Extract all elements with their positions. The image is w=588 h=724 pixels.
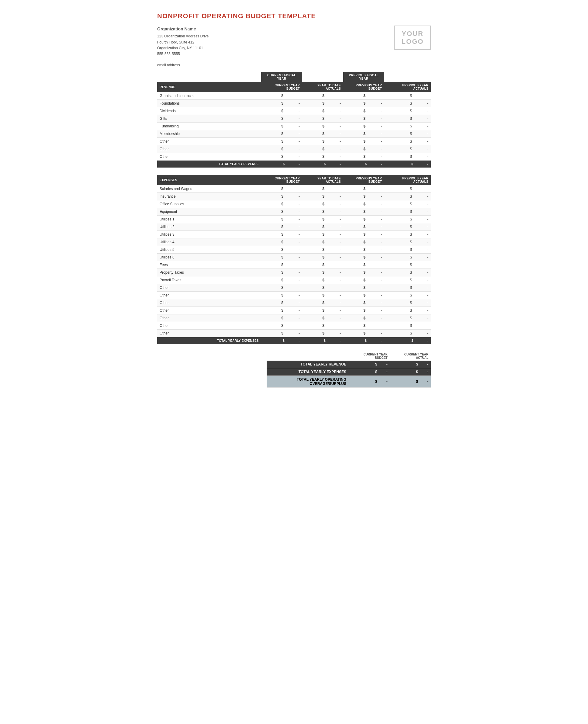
expense-current-budget[interactable]: $ - — [261, 299, 302, 307]
expense-prev-actual[interactable]: $ - — [384, 299, 431, 307]
revenue-current-budget[interactable]: $ - — [261, 130, 302, 138]
expense-prev-budget[interactable]: $ - — [343, 254, 384, 261]
revenue-current-budget[interactable]: $ - — [261, 138, 302, 145]
expense-current-budget[interactable]: $ - — [261, 322, 302, 330]
expense-current-budget[interactable]: $ - — [261, 215, 302, 223]
expense-prev-actual[interactable]: $ - — [384, 193, 431, 200]
expense-current-budget[interactable]: $ - — [261, 269, 302, 276]
revenue-ytd-actual[interactable]: $ - — [302, 100, 343, 107]
expense-prev-actual[interactable]: $ - — [384, 231, 431, 239]
expense-current-budget[interactable]: $ - — [261, 208, 302, 215]
expense-ytd-actual[interactable]: $ - — [302, 307, 343, 314]
revenue-prev-budget[interactable]: $ - — [343, 138, 384, 145]
expense-ytd-actual[interactable]: $ - — [302, 292, 343, 299]
expense-prev-budget[interactable]: $ - — [343, 307, 384, 314]
expense-current-budget[interactable]: $ - — [261, 261, 302, 269]
expense-current-budget[interactable]: $ - — [261, 254, 302, 261]
expense-ytd-actual[interactable]: $ - — [302, 208, 343, 215]
expense-prev-actual[interactable]: $ - — [384, 276, 431, 284]
revenue-prev-actual[interactable]: $ - — [384, 130, 431, 138]
revenue-prev-budget[interactable]: $ - — [343, 115, 384, 123]
revenue-prev-actual[interactable]: $ - — [384, 123, 431, 130]
expense-prev-actual[interactable]: $ - — [384, 200, 431, 208]
expense-prev-actual[interactable]: $ - — [384, 254, 431, 261]
expense-ytd-actual[interactable]: $ - — [302, 330, 343, 337]
revenue-current-budget[interactable]: $ - — [261, 107, 302, 115]
revenue-ytd-actual[interactable]: $ - — [302, 153, 343, 161]
expense-prev-budget[interactable]: $ - — [343, 246, 384, 254]
expense-prev-actual[interactable]: $ - — [384, 239, 431, 246]
expense-prev-budget[interactable]: $ - — [343, 292, 384, 299]
expense-ytd-actual[interactable]: $ - — [302, 223, 343, 231]
revenue-ytd-actual[interactable]: $ - — [302, 123, 343, 130]
revenue-prev-actual[interactable]: $ - — [384, 107, 431, 115]
expense-current-budget[interactable]: $ - — [261, 246, 302, 254]
revenue-prev-actual[interactable]: $ - — [384, 100, 431, 107]
expense-prev-budget[interactable]: $ - — [343, 193, 384, 200]
revenue-prev-budget[interactable]: $ - — [343, 130, 384, 138]
expense-current-budget[interactable]: $ - — [261, 231, 302, 239]
revenue-current-budget[interactable]: $ - — [261, 123, 302, 130]
expense-ytd-actual[interactable]: $ - — [302, 231, 343, 239]
revenue-current-budget[interactable]: $ - — [261, 145, 302, 153]
revenue-prev-actual[interactable]: $ - — [384, 145, 431, 153]
revenue-prev-budget[interactable]: $ - — [343, 123, 384, 130]
expense-ytd-actual[interactable]: $ - — [302, 299, 343, 307]
expense-current-budget[interactable]: $ - — [261, 307, 302, 314]
expense-ytd-actual[interactable]: $ - — [302, 322, 343, 330]
expense-prev-budget[interactable]: $ - — [343, 200, 384, 208]
revenue-ytd-actual[interactable]: $ - — [302, 107, 343, 115]
expense-prev-budget[interactable]: $ - — [343, 299, 384, 307]
expense-prev-actual[interactable]: $ - — [384, 314, 431, 322]
expense-prev-actual[interactable]: $ - — [384, 330, 431, 337]
revenue-ytd-actual[interactable]: $ - — [302, 145, 343, 153]
expense-prev-budget[interactable]: $ - — [343, 239, 384, 246]
expense-current-budget[interactable]: $ - — [261, 200, 302, 208]
expense-prev-actual[interactable]: $ - — [384, 185, 431, 193]
expense-ytd-actual[interactable]: $ - — [302, 254, 343, 261]
expense-current-budget[interactable]: $ - — [261, 330, 302, 337]
expense-ytd-actual[interactable]: $ - — [302, 284, 343, 292]
expense-current-budget[interactable]: $ - — [261, 292, 302, 299]
expense-current-budget[interactable]: $ - — [261, 239, 302, 246]
expense-prev-actual[interactable]: $ - — [384, 215, 431, 223]
expense-ytd-actual[interactable]: $ - — [302, 269, 343, 276]
revenue-prev-budget[interactable]: $ - — [343, 107, 384, 115]
expense-prev-budget[interactable]: $ - — [343, 208, 384, 215]
expense-prev-actual[interactable]: $ - — [384, 307, 431, 314]
revenue-prev-actual[interactable]: $ - — [384, 138, 431, 145]
revenue-prev-budget[interactable]: $ - — [343, 100, 384, 107]
expense-current-budget[interactable]: $ - — [261, 314, 302, 322]
expense-ytd-actual[interactable]: $ - — [302, 215, 343, 223]
expense-prev-actual[interactable]: $ - — [384, 246, 431, 254]
expense-prev-budget[interactable]: $ - — [343, 322, 384, 330]
expense-ytd-actual[interactable]: $ - — [302, 314, 343, 322]
expense-current-budget[interactable]: $ - — [261, 185, 302, 193]
expense-current-budget[interactable]: $ - — [261, 223, 302, 231]
revenue-ytd-actual[interactable]: $ - — [302, 130, 343, 138]
expense-prev-budget[interactable]: $ - — [343, 231, 384, 239]
expense-ytd-actual[interactable]: $ - — [302, 193, 343, 200]
revenue-prev-budget[interactable]: $ - — [343, 92, 384, 100]
expense-prev-actual[interactable]: $ - — [384, 284, 431, 292]
revenue-ytd-actual[interactable]: $ - — [302, 138, 343, 145]
expense-prev-budget[interactable]: $ - — [343, 269, 384, 276]
expense-prev-budget[interactable]: $ - — [343, 261, 384, 269]
revenue-current-budget[interactable]: $ - — [261, 100, 302, 107]
revenue-prev-actual[interactable]: $ - — [384, 115, 431, 123]
expense-current-budget[interactable]: $ - — [261, 193, 302, 200]
expense-prev-actual[interactable]: $ - — [384, 322, 431, 330]
expense-prev-budget[interactable]: $ - — [343, 330, 384, 337]
revenue-prev-budget[interactable]: $ - — [343, 153, 384, 161]
expense-prev-budget[interactable]: $ - — [343, 223, 384, 231]
revenue-prev-actual[interactable]: $ - — [384, 92, 431, 100]
expense-ytd-actual[interactable]: $ - — [302, 261, 343, 269]
expense-prev-actual[interactable]: $ - — [384, 261, 431, 269]
expense-ytd-actual[interactable]: $ - — [302, 185, 343, 193]
expense-current-budget[interactable]: $ - — [261, 284, 302, 292]
expense-ytd-actual[interactable]: $ - — [302, 239, 343, 246]
revenue-current-budget[interactable]: $ - — [261, 115, 302, 123]
expense-prev-budget[interactable]: $ - — [343, 185, 384, 193]
expense-ytd-actual[interactable]: $ - — [302, 246, 343, 254]
revenue-ytd-actual[interactable]: $ - — [302, 92, 343, 100]
